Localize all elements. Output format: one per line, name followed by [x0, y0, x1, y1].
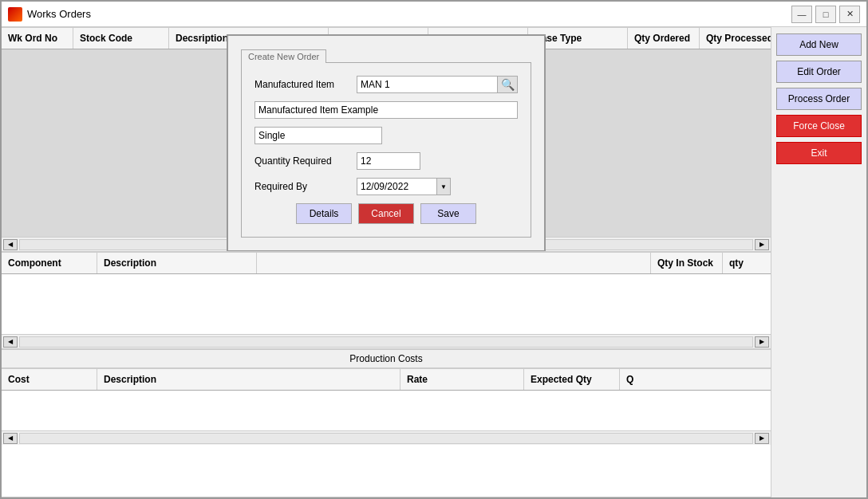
mid-scroll-left-btn[interactable]: ◀: [3, 336, 18, 348]
mid-scroll-track[interactable]: [19, 336, 753, 348]
col-rate: Rate: [400, 369, 524, 390]
manufactured-item-row: Manufactured Item 🔍: [254, 76, 518, 93]
required-by-input[interactable]: [357, 178, 436, 195]
middle-grid-header: Component Description Qty In Stock qty: [2, 252, 771, 274]
col-wk-ord-no: Wk Ord No: [2, 28, 73, 49]
manufactured-item-input[interactable]: [357, 76, 497, 93]
window-controls: — □ ✕: [791, 6, 860, 23]
window-title: Works Orders: [27, 8, 787, 20]
exit-button[interactable]: Exit: [776, 142, 862, 164]
col-qty-ordered: Qty Ordered: [628, 28, 700, 49]
bot-scroll-right-btn[interactable]: ▶: [755, 433, 769, 444]
modal-body: Manufactured Item 🔍: [241, 62, 531, 238]
content-area: Wk Ord No Stock Code Decsription Created…: [2, 27, 866, 497]
col-qty-in-stock: Qty In Stock: [651, 253, 723, 273]
main-panel: Wk Ord No Stock Code Decsription Created…: [2, 27, 771, 497]
required-by-dropdown-button[interactable]: ▼: [436, 178, 451, 195]
main-window: Works Orders — □ ✕ Wk Ord No Stock Code …: [0, 0, 868, 499]
mid-scroll-right-btn[interactable]: ▶: [755, 336, 769, 348]
col-cost-description: Description: [97, 369, 400, 390]
col-q: Q: [620, 369, 771, 390]
save-button[interactable]: Save: [420, 203, 476, 224]
close-button[interactable]: ✕: [839, 6, 860, 23]
col-stock-code: Stock Code: [73, 28, 169, 49]
force-close-button[interactable]: Force Close: [776, 115, 862, 137]
manufactured-item-input-group: 🔍: [357, 76, 518, 93]
manufactured-item-lookup-button[interactable]: 🔍: [497, 76, 518, 93]
col-mid-description: Description: [97, 253, 257, 273]
bottom-grid-header: Cost Description Rate Expected Qty Q: [2, 368, 771, 391]
app-icon: [8, 7, 22, 22]
required-by-input-group: ▼: [357, 178, 518, 195]
middle-grid-scrollbar[interactable]: ◀ ▶: [2, 334, 771, 348]
quantity-required-label: Quantity Required: [254, 155, 350, 167]
col-component: Component: [2, 253, 97, 273]
right-panel: Add New Edit Order Process Order Force C…: [771, 27, 866, 497]
process-order-button[interactable]: Process Order: [776, 88, 862, 110]
quantity-required-input[interactable]: [357, 152, 420, 170]
col-qty-processed: Qty Processed: [700, 28, 771, 49]
middle-grid-body: [2, 274, 771, 334]
maximize-button[interactable]: □: [815, 6, 836, 23]
col-expected-qty: Expected Qty: [524, 369, 620, 390]
bot-scroll-track[interactable]: [19, 433, 753, 444]
manufactured-item-description-input[interactable]: [254, 101, 518, 119]
bottom-grid-body: [2, 391, 771, 430]
production-costs-label: Production Costs: [2, 349, 771, 368]
required-by-row: Required By ▼: [254, 178, 518, 195]
bottom-grid-container: Cost Description Rate Expected Qty Q ◀ ▶: [2, 368, 771, 497]
add-new-button[interactable]: Add New: [776, 33, 862, 56]
required-by-label: Required By: [254, 181, 350, 192]
title-bar: Works Orders — □ ✕: [2, 2, 866, 27]
edit-order-button[interactable]: Edit Order: [776, 61, 862, 83]
top-grid-body: Create New Order Manufactured Item 🔍: [2, 49, 771, 237]
details-button[interactable]: Details: [296, 203, 352, 224]
scroll-right-btn[interactable]: ▶: [755, 239, 769, 250]
bot-scroll-left-btn[interactable]: ◀: [3, 433, 18, 444]
case-type-input[interactable]: [254, 127, 382, 144]
quantity-required-row: Quantity Required: [254, 152, 518, 170]
col-qty: qty: [723, 253, 771, 273]
middle-grid-container: Component Description Qty In Stock qty ◀…: [2, 252, 771, 349]
create-new-order-modal: Create New Order Manufactured Item 🔍: [227, 34, 546, 252]
cancel-button[interactable]: Cancel: [358, 203, 414, 224]
manufactured-item-label: Manufactured Item: [254, 79, 350, 90]
modal-buttons: Details Cancel Save: [254, 203, 518, 224]
bottom-grid-scrollbar[interactable]: ◀ ▶: [2, 430, 771, 445]
minimize-button[interactable]: —: [791, 6, 812, 23]
scroll-left-btn[interactable]: ◀: [3, 239, 18, 250]
modal-overlay: Create New Order Manufactured Item 🔍: [2, 49, 771, 237]
col-cost: Cost: [2, 369, 97, 390]
col-mid-empty: [257, 253, 651, 273]
modal-title: Create New Order: [241, 49, 326, 63]
top-grid-container: Wk Ord No Stock Code Decsription Created…: [2, 27, 771, 252]
